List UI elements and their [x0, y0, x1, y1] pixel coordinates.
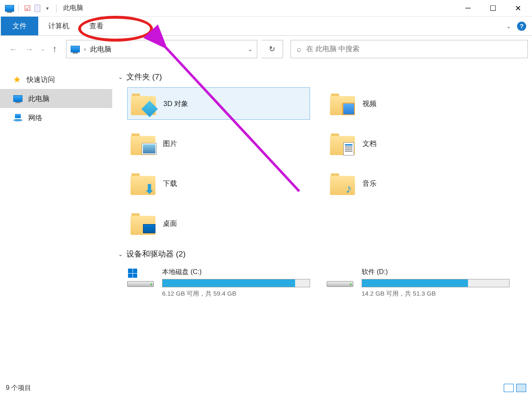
- folder-icon: ♪: [330, 172, 355, 195]
- folder-icon: [131, 212, 155, 235]
- minimize-button[interactable]: ─: [456, 0, 480, 17]
- close-button[interactable]: ✕: [505, 0, 530, 17]
- divider: [18, 4, 19, 12]
- status-bar: 9 个项目: [0, 381, 532, 395]
- dropdown-icon[interactable]: ▾: [43, 4, 52, 13]
- folders-grid: 3D 对象 视频 图片 文档 ⬇ 下载 ♪ 音乐: [116, 87, 524, 239]
- status-text: 9 个项目: [6, 384, 31, 393]
- maximize-button[interactable]: ☐: [480, 0, 505, 17]
- folder-label: 下载: [163, 179, 177, 188]
- folder-icon: ⬇: [131, 172, 155, 195]
- divider: [56, 4, 57, 12]
- drive-name: 本地磁盘 (C:): [162, 268, 310, 276]
- chevron-down-icon[interactable]: ⌄: [506, 23, 511, 30]
- chevron-right-icon: ›: [84, 46, 86, 52]
- sidebar-item-label: 网络: [28, 113, 42, 123]
- search-icon: ⌕: [297, 45, 301, 54]
- section-header-drives[interactable]: ⌄ 设备和驱动器 (2): [118, 249, 524, 259]
- folder-icon: [330, 92, 355, 115]
- up-button[interactable]: ↑: [52, 44, 57, 54]
- chevron-down-icon: ⌄: [118, 74, 123, 80]
- sidebar-item-label: 此电脑: [28, 94, 49, 104]
- folder-label: 音乐: [362, 179, 377, 188]
- tab-file[interactable]: 文件: [1, 17, 38, 35]
- folder-3d-objects[interactable]: 3D 对象: [127, 87, 310, 120]
- navigation-row: ← → ⌄ ↑ › 此电脑 ⌄ ↻ ⌕: [0, 36, 532, 62]
- section-header-folders[interactable]: ⌄ 文件夹 (7): [118, 72, 524, 82]
- pc-icon: [71, 46, 80, 52]
- tab-computer[interactable]: 计算机: [38, 17, 79, 35]
- view-tiles-button[interactable]: [516, 384, 526, 392]
- search-box[interactable]: ⌕: [291, 40, 528, 58]
- recent-dropdown-icon[interactable]: ⌄: [41, 46, 45, 52]
- tab-view[interactable]: 查看: [79, 17, 113, 35]
- document-icon[interactable]: [34, 5, 40, 12]
- sidebar-item-this-pc[interactable]: 此电脑: [0, 89, 112, 108]
- drives-grid: 本地磁盘 (C:) 6.12 GB 可用，共 59.4 GB 软件 (D:) 1…: [116, 264, 524, 298]
- sidebar-item-label: 快速访问: [27, 75, 55, 84]
- forward-button[interactable]: →: [25, 44, 33, 54]
- sidebar-item-quick-access[interactable]: ★ 快速访问: [0, 70, 112, 89]
- search-input[interactable]: [306, 45, 522, 53]
- drive-usage-bar: [162, 279, 310, 287]
- folder-icon: [330, 132, 355, 155]
- section-title: 文件夹 (7): [126, 72, 162, 82]
- section-title: 设备和驱动器 (2): [126, 249, 186, 259]
- folder-pictures[interactable]: 图片: [127, 127, 310, 160]
- folder-videos[interactable]: 视频: [327, 87, 510, 120]
- back-button[interactable]: ←: [9, 44, 17, 54]
- drive-free-text: 14.2 GB 可用，共 51.3 GB: [362, 290, 510, 298]
- help-icon[interactable]: ?: [517, 22, 526, 31]
- window-controls: ─ ☐ ✕: [456, 0, 530, 17]
- folder-desktop[interactable]: 桌面: [127, 207, 310, 239]
- star-icon: ★: [13, 74, 21, 84]
- address-bar[interactable]: › 此电脑 ⌄: [66, 40, 257, 58]
- drive-d[interactable]: 软件 (D:) 14.2 GB 可用，共 51.3 GB: [327, 268, 510, 298]
- chevron-down-icon[interactable]: ⌄: [248, 46, 253, 52]
- folder-icon: [131, 92, 156, 115]
- drive-free-text: 6.12 GB 可用，共 59.4 GB: [162, 290, 310, 298]
- ribbon-tabs: 文件 计算机 查看 ⌄ ?: [0, 17, 532, 36]
- drive-c[interactable]: 本地磁盘 (C:) 6.12 GB 可用，共 59.4 GB: [127, 268, 310, 298]
- drive-name: 软件 (D:): [362, 268, 510, 276]
- folder-label: 视频: [362, 99, 377, 109]
- drive-usage-bar: [362, 279, 510, 287]
- quick-access-toolbar: ☑ ▾: [2, 4, 58, 13]
- folder-icon: [131, 132, 155, 155]
- folder-label: 文档: [362, 139, 377, 148]
- sidebar-item-network[interactable]: 网络: [0, 108, 112, 127]
- folder-label: 3D 对象: [163, 99, 188, 109]
- titlebar: ☑ ▾ 此电脑 ─ ☐ ✕: [0, 0, 532, 17]
- folder-label: 图片: [163, 139, 177, 148]
- pc-icon: [5, 4, 14, 13]
- folder-documents[interactable]: 文档: [327, 127, 510, 160]
- pc-icon: [13, 95, 22, 102]
- breadcrumb[interactable]: 此电脑: [90, 44, 111, 54]
- network-icon: [13, 114, 22, 121]
- drive-icon: [327, 268, 354, 289]
- view-details-button[interactable]: [504, 384, 514, 392]
- window-title: 此电脑: [63, 4, 83, 12]
- sidebar: ★ 快速访问 此电脑 网络: [0, 62, 112, 381]
- content-area: ⌄ 文件夹 (7) 3D 对象 视频 图片 文档 ⬇ 下载: [112, 62, 532, 381]
- folder-label: 桌面: [163, 219, 177, 228]
- nav-arrows: ← → ⌄ ↑: [4, 44, 62, 54]
- folder-downloads[interactable]: ⬇ 下载: [127, 167, 310, 200]
- properties-icon[interactable]: ☑: [23, 4, 32, 13]
- folder-music[interactable]: ♪ 音乐: [327, 167, 510, 200]
- refresh-button[interactable]: ↻: [261, 40, 283, 58]
- drive-icon: [127, 268, 155, 289]
- windows-logo-icon: [128, 269, 137, 278]
- chevron-down-icon: ⌄: [118, 251, 123, 257]
